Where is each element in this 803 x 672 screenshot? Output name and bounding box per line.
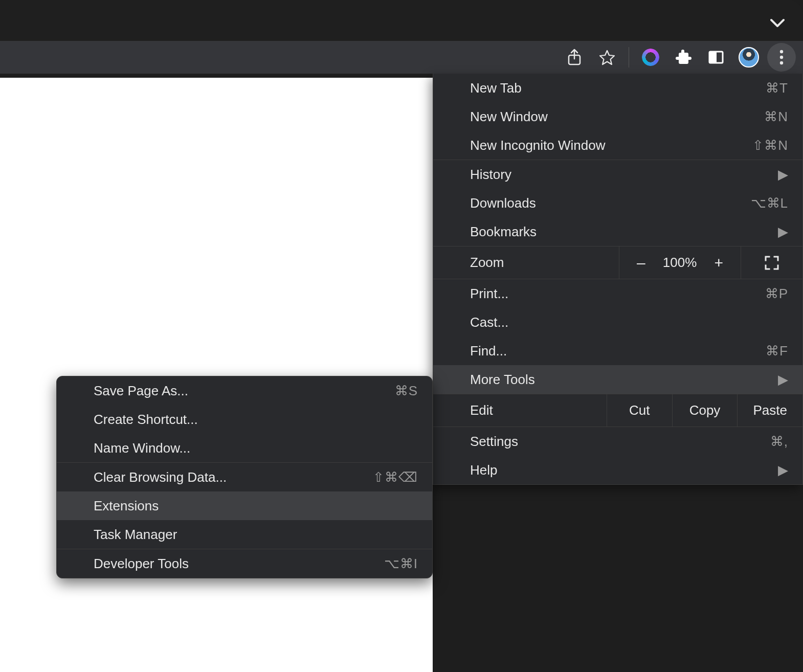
edit-label: Edit xyxy=(433,394,607,427)
menu-shortcut: ⇧⌘N xyxy=(752,138,788,153)
edit-paste-button[interactable]: Paste xyxy=(738,394,802,427)
tab-bar xyxy=(0,0,803,41)
menu-label: Bookmarks xyxy=(470,224,537,240)
menu-item-bookmarks[interactable]: Bookmarks ▶ xyxy=(433,217,802,246)
submenu-arrow-icon: ▶ xyxy=(778,372,788,388)
menu-label: New Window xyxy=(470,109,548,125)
svg-point-4 xyxy=(780,56,783,59)
menu-shortcut: ⌘P xyxy=(765,286,788,302)
profile-avatar[interactable] xyxy=(732,41,765,74)
edit-cut-button[interactable]: Cut xyxy=(607,394,673,427)
extensions-icon[interactable] xyxy=(667,41,700,74)
menu-label: Print... xyxy=(470,286,508,302)
submenu-arrow-icon: ▶ xyxy=(778,462,788,478)
menu-label: New Incognito Window xyxy=(470,138,605,153)
menu-item-new-incognito[interactable]: New Incognito Window ⇧⌘N xyxy=(433,131,802,160)
menu-item-zoom: Zoom – 100% + xyxy=(433,247,802,279)
menu-shortcut: ⌘F xyxy=(766,343,788,359)
menu-shortcut: ⌘S xyxy=(395,383,418,399)
menu-item-settings[interactable]: Settings ⌘, xyxy=(433,427,802,456)
menu-shortcut: ⌘T xyxy=(766,80,788,96)
menu-label: Create Shortcut... xyxy=(94,412,198,428)
more-tools-submenu: Save Page As... ⌘S Create Shortcut... Na… xyxy=(56,376,433,578)
chevron-down-icon[interactable] xyxy=(770,18,785,28)
openai-extension-icon[interactable] xyxy=(634,41,667,74)
menu-label: Clear Browsing Data... xyxy=(94,469,227,485)
menu-item-history[interactable]: History ▶ xyxy=(433,160,802,189)
submenu-item-create-shortcut[interactable]: Create Shortcut... xyxy=(57,405,432,434)
menu-shortcut: ⌘, xyxy=(770,434,788,450)
side-panel-icon[interactable] xyxy=(700,41,732,74)
menu-item-find[interactable]: Find... ⌘F xyxy=(433,337,802,365)
fullscreen-button[interactable] xyxy=(741,247,802,279)
svg-point-5 xyxy=(780,61,783,64)
menu-shortcut: ⌥⌘I xyxy=(384,556,418,572)
menu-label: Settings xyxy=(470,434,518,450)
zoom-value: 100% xyxy=(663,255,697,271)
menu-item-new-window[interactable]: New Window ⌘N xyxy=(433,102,802,131)
submenu-item-name-window[interactable]: Name Window... xyxy=(57,434,432,462)
submenu-arrow-icon: ▶ xyxy=(778,224,788,240)
svg-point-3 xyxy=(780,50,783,53)
menu-item-cast[interactable]: Cast... xyxy=(433,308,802,337)
svg-rect-2 xyxy=(709,52,717,63)
zoom-out-button[interactable]: – xyxy=(637,254,645,272)
zoom-in-button[interactable]: + xyxy=(714,254,723,272)
submenu-item-extensions[interactable]: Extensions xyxy=(57,491,432,520)
menu-label: New Tab xyxy=(470,80,522,96)
chrome-main-menu: New Tab ⌘T New Window ⌘N New Incognito W… xyxy=(433,74,803,485)
submenu-item-save-page[interactable]: Save Page As... ⌘S xyxy=(57,376,432,405)
menu-label: More Tools xyxy=(470,372,535,388)
menu-shortcut: ⇧⌘⌫ xyxy=(373,469,418,485)
menu-label: Save Page As... xyxy=(94,383,188,399)
menu-label: Extensions xyxy=(94,498,159,514)
menu-label: History xyxy=(470,167,511,183)
menu-label: Downloads xyxy=(470,195,536,211)
blank-page xyxy=(0,78,433,672)
menu-shortcut: ⌥⌘L xyxy=(751,195,788,211)
edit-copy-button[interactable]: Copy xyxy=(673,394,738,427)
menu-label: Developer Tools xyxy=(94,556,189,572)
submenu-item-developer-tools[interactable]: Developer Tools ⌥⌘I xyxy=(57,549,432,578)
menu-label: Help xyxy=(470,462,497,478)
star-icon[interactable] xyxy=(591,41,623,74)
submenu-item-clear-browsing-data[interactable]: Clear Browsing Data... ⇧⌘⌫ xyxy=(57,463,432,491)
zoom-label: Zoom xyxy=(433,247,619,279)
menu-label: Task Manager xyxy=(94,527,177,543)
submenu-item-task-manager[interactable]: Task Manager xyxy=(57,520,432,549)
menu-item-edit: Edit Cut Copy Paste xyxy=(433,394,802,427)
menu-label: Cast... xyxy=(470,315,508,330)
menu-item-print[interactable]: Print... ⌘P xyxy=(433,279,802,308)
submenu-arrow-icon: ▶ xyxy=(778,167,788,183)
menu-item-new-tab[interactable]: New Tab ⌘T xyxy=(433,74,802,102)
share-icon[interactable] xyxy=(558,41,591,74)
toolbar-separator xyxy=(629,47,629,68)
browser-toolbar xyxy=(0,41,803,74)
chrome-menu-button[interactable] xyxy=(767,43,796,72)
menu-item-help[interactable]: Help ▶ xyxy=(433,456,802,484)
menu-label: Name Window... xyxy=(94,440,190,456)
menu-label: Find... xyxy=(470,343,507,359)
window-titlebar xyxy=(0,0,803,41)
menu-shortcut: ⌘N xyxy=(764,109,788,125)
menu-item-downloads[interactable]: Downloads ⌥⌘L xyxy=(433,189,802,217)
menu-item-more-tools[interactable]: More Tools ▶ xyxy=(433,365,802,394)
